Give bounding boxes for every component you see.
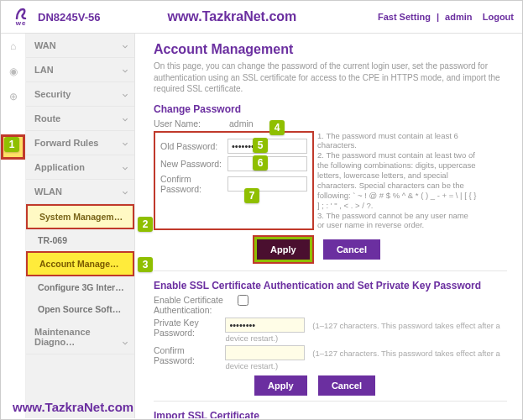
password-button-row: Apply Cancel — [254, 237, 507, 262]
sidebar-group-application[interactable]: Application⌵ — [26, 155, 134, 180]
brand-text: we — [9, 19, 33, 27]
rail-globe-icon[interactable]: ⊕ — [1, 84, 25, 109]
sidebar-item-open-source[interactable]: Open Source Softwa… — [26, 298, 134, 320]
chevron-down-icon: ⌵ — [123, 337, 128, 346]
rail-wifi-icon[interactable]: ◉ — [1, 59, 25, 84]
apply-password-button[interactable]: Apply — [254, 237, 312, 262]
watermark-top: www.TazkraNet.com — [167, 9, 296, 24]
brand-logo: we — [9, 8, 33, 27]
step-badge-3: 3 — [138, 257, 153, 272]
rail-blank1 — [1, 109, 25, 134]
row-username: User Name: admin — [154, 118, 507, 129]
ssl-button-row: Apply Cancel — [254, 375, 507, 396]
sidebar-item-account-management[interactable]: Account Management — [26, 251, 134, 276]
step-badge-2: 2 — [138, 217, 153, 232]
page-title: Account Management — [154, 42, 507, 57]
section-import-cert: Import SSL Certificate — [154, 410, 507, 418]
device-model: DN8245V-56 — [38, 11, 100, 24]
cancel-password-button[interactable]: Cancel — [323, 239, 380, 260]
step-badge-4: 4 — [269, 120, 285, 135]
sidebar-item-tr069[interactable]: TR-069 — [26, 229, 134, 251]
page-intro: On this page, you can change the passwor… — [154, 60, 507, 95]
label-enable-cert: Enable Certificate Authentication: — [154, 295, 238, 315]
label-confirm-pk-pw: Confirm Password: — [154, 345, 225, 365]
chevron-down-icon: ⌵ — [123, 89, 128, 98]
label-private-key-pw: Private Key Password: — [154, 318, 225, 338]
sidebar: WAN⌵ LAN⌵ Security⌵ Route⌵ Forward Rules… — [26, 34, 135, 418]
section-ssl: Enable SSL Certificate Authentication an… — [154, 280, 507, 291]
chevron-down-icon: ⌵ — [123, 113, 128, 123]
sidebar-group-security[interactable]: Security⌵ — [26, 82, 134, 107]
password-requirements: 1. The password must contain at least 6 … — [317, 131, 477, 231]
sidebar-group-forward-rules[interactable]: Forward Rules⌵ — [26, 131, 134, 155]
private-key-pw-input[interactable] — [225, 318, 305, 333]
enable-cert-checkbox[interactable] — [238, 295, 248, 306]
confirm-pk-pw-input[interactable] — [225, 345, 305, 360]
section-change-password: Change Password — [154, 103, 507, 115]
chevron-down-icon: ⌵ — [123, 138, 128, 147]
sidebar-item-configure-3g[interactable]: Configure 3G Inter… — [26, 276, 134, 298]
content-pane: Account Management On this page, you can… — [135, 34, 522, 418]
rail-home-icon[interactable]: ⌂ — [1, 34, 25, 59]
step-badge-5: 5 — [253, 138, 268, 153]
chevron-down-icon: ⌵ — [123, 186, 128, 196]
topbar: we DN8245V-56 www.TazkraNet.com Fast Set… — [1, 1, 522, 33]
main-layout: ⌂ ◉ ⊕ ☰ WAN⌵ LAN⌵ Security⌵ Route⌵ Forwa… — [1, 34, 522, 418]
label-username: User Name: — [154, 118, 229, 129]
step-badge-1: 1 — [4, 137, 19, 152]
admin-link[interactable]: admin — [445, 12, 472, 22]
chevron-down-icon: ⌵ — [123, 40, 128, 50]
sidebar-group-maintenance[interactable]: Maintenance Diagno…⌵ — [26, 320, 134, 354]
chevron-down-icon: ⌵ — [123, 65, 128, 74]
apply-ssl-button[interactable]: Apply — [254, 375, 307, 396]
label-old-password: Old Password: — [160, 141, 228, 151]
password-form-box: Old Password: New Password: Confirm Pass… — [154, 131, 314, 231]
sidebar-group-wan[interactable]: WAN⌵ — [26, 34, 134, 58]
confirm-password-input[interactable] — [228, 176, 307, 192]
cancel-ssl-button[interactable]: Cancel — [318, 375, 375, 396]
value-username: admin — [229, 118, 254, 129]
icon-rail: ⌂ ◉ ⊕ ☰ — [1, 34, 26, 418]
step-badge-7: 7 — [244, 188, 259, 203]
label-confirm-password: Confirm Password: — [160, 174, 228, 194]
watermark-bottom: www.TazkraNet.com — [13, 400, 133, 414]
sidebar-group-lan[interactable]: LAN⌵ — [26, 58, 134, 82]
fast-setting-link[interactable]: Fast Setting — [378, 12, 431, 22]
sidebar-group-route[interactable]: Route⌵ — [26, 107, 134, 131]
header-links: Fast Setting | admin Logout — [378, 12, 514, 22]
chevron-down-icon: ⌵ — [123, 162, 128, 171]
sidebar-group-wlan[interactable]: WLAN⌵ — [26, 180, 134, 204]
step-badge-6: 6 — [253, 155, 268, 171]
logout-link[interactable]: Logout — [483, 12, 514, 22]
label-new-password: New Password: — [160, 159, 228, 169]
sidebar-item-system-management[interactable]: System Management — [26, 204, 134, 229]
